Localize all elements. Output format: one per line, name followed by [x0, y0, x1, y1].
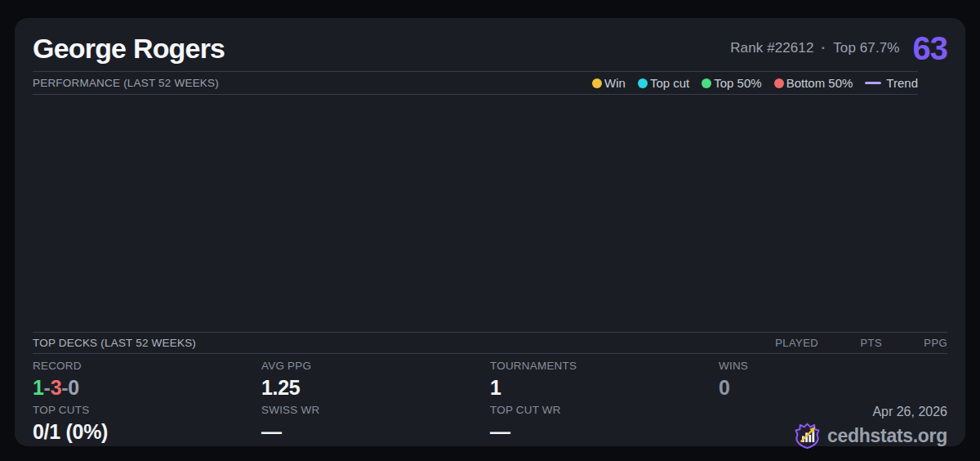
stat-label: TOURNAMENTS	[490, 360, 719, 373]
top-decks-columns: PLAYED PTS PPG	[753, 337, 947, 349]
legend-label: Trend	[886, 76, 918, 90]
legend-item-top-cut[interactable]: Top cut	[638, 76, 689, 90]
stat-value: —	[490, 419, 719, 444]
rank-separator: ·	[821, 40, 826, 56]
cedhstats-brand-link[interactable]: cedhstats.org	[794, 422, 947, 450]
stats-grid: RECORD 1-3-0 AVG PPG 1.25 TOURNAMENTS 1 …	[33, 360, 947, 454]
stat-wins: WINS 0	[719, 360, 947, 400]
stat-label: AVG PPG	[261, 360, 490, 373]
legend-label: Bottom 50%	[786, 76, 853, 90]
stat-top-cut-wr: TOP CUT WR —	[490, 404, 719, 454]
legend-label: Win	[604, 76, 626, 90]
trend-line-icon	[865, 82, 881, 84]
chart-legend: Win Top cut Top 50% Bottom 50% Trend	[592, 76, 918, 90]
record-value: 1-3-0	[33, 375, 261, 400]
bottom50-dot-icon	[774, 78, 784, 88]
rank-number: Rank #22612	[730, 40, 813, 56]
rating-score: 63	[913, 32, 948, 65]
stat-label: WINS	[719, 360, 947, 373]
column-header-pts: PTS	[818, 337, 882, 349]
rank-group: Rank #22612 · Top 67.7% 63	[730, 32, 947, 65]
top-percent: Top 67.7%	[833, 40, 899, 56]
top-decks-title: TOP DECKS (LAST 52 WEEKS)	[33, 337, 196, 349]
stat-value: 0/1 (0%)	[33, 419, 261, 444]
legend-item-bottom50[interactable]: Bottom 50%	[774, 76, 853, 90]
player-stats-card: George Rogers Rank #22612 · Top 67.7% 63…	[15, 18, 965, 446]
player-name: George Rogers	[33, 33, 225, 65]
stat-avg-ppg: AVG PPG 1.25	[261, 360, 490, 400]
brand-name: cedhstats.org	[827, 425, 947, 447]
record-draws: 0	[68, 376, 79, 399]
top-cut-dot-icon	[638, 78, 648, 88]
stat-value: 0	[719, 375, 947, 400]
stat-top-cuts: TOP CUTS 0/1 (0%)	[33, 404, 261, 454]
win-dot-icon	[592, 78, 602, 88]
stat-tournaments: TOURNAMENTS 1	[490, 360, 719, 400]
card-header: George Rogers Rank #22612 · Top 67.7% 63	[33, 31, 947, 65]
stat-value: 1	[490, 375, 719, 400]
legend-label: Top cut	[650, 76, 689, 90]
legend-item-win[interactable]: Win	[592, 76, 626, 90]
record-dash: -	[44, 376, 51, 399]
performance-chart-plot-area	[33, 95, 918, 332]
legend-item-trend[interactable]: Trend	[865, 76, 918, 90]
performance-section: PERFORMANCE (LAST 52 WEEKS) Win Top cut …	[33, 71, 918, 332]
top50-dot-icon	[702, 78, 711, 88]
cedhstats-shield-logo-icon	[794, 422, 821, 450]
stat-label: TOP CUTS	[33, 404, 261, 417]
legend-item-top50[interactable]: Top 50%	[702, 76, 761, 90]
stat-label: TOP CUT WR	[490, 404, 719, 417]
column-header-ppg: PPG	[882, 337, 947, 349]
stat-label: RECORD	[33, 360, 261, 373]
top-decks-header: TOP DECKS (LAST 52 WEEKS) PLAYED PTS PPG	[33, 332, 947, 354]
performance-title: PERFORMANCE (LAST 52 WEEKS)	[33, 77, 219, 89]
stat-value: 1.25	[261, 375, 490, 400]
footer-branding: Apr 26, 2026 cedhstats.org	[719, 404, 947, 454]
column-header-played: PLAYED	[753, 337, 818, 349]
stat-label: SWISS WR	[261, 404, 490, 417]
record-losses: 3	[51, 376, 62, 399]
stat-swiss-wr: SWISS WR —	[261, 404, 490, 454]
stat-record: RECORD 1-3-0	[33, 360, 261, 400]
rank-line: Rank #22612 · Top 67.7%	[730, 40, 899, 56]
record-wins: 1	[33, 376, 44, 399]
stat-value: —	[261, 419, 490, 444]
legend-label: Top 50%	[714, 76, 761, 90]
performance-header: PERFORMANCE (LAST 52 WEEKS) Win Top cut …	[33, 71, 918, 95]
snapshot-date: Apr 26, 2026	[719, 405, 947, 419]
